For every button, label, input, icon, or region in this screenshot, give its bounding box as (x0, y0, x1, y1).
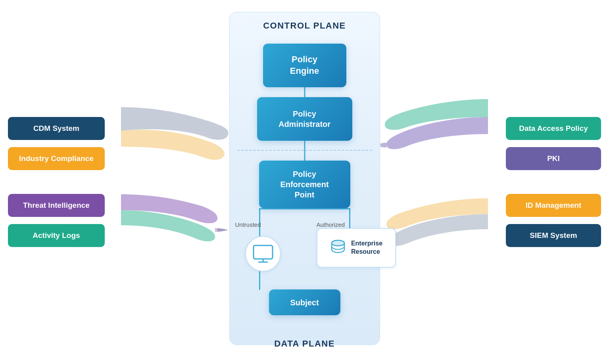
subject-box: Subject (269, 289, 340, 315)
line-admin-pep (304, 141, 305, 161)
pki-box: PKI (506, 147, 601, 170)
svg-rect-0 (254, 245, 273, 259)
right-group-bottom: ID Management SIEM System (506, 194, 601, 247)
left-group-bottom: Threat Intelligence Activity Logs (8, 194, 105, 247)
cdm-system-label: CDM System (33, 124, 79, 132)
label-untrusted: Untrusted (235, 221, 261, 228)
cdm-system-box: CDM System (8, 117, 105, 140)
threat-intelligence-label: Threat Intelligence (23, 201, 90, 209)
data-access-policy-label: Data Access Policy (519, 124, 588, 132)
branch-line-right (349, 208, 350, 230)
siem-system-label: SIEM System (530, 231, 577, 239)
industry-compliance-box: Industry Compliance (8, 147, 105, 170)
data-plane-label: DATA PLANE (274, 339, 335, 349)
right-group-top: Data Access Policy PKI (506, 117, 601, 170)
siem-system-box: SIEM System (506, 224, 601, 247)
pki-label: PKI (547, 154, 560, 163)
monitor-icon (253, 245, 273, 263)
policy-admin-box: Policy Administrator (257, 97, 352, 141)
id-management-label: ID Management (526, 201, 581, 209)
activity-logs-box: Activity Logs (8, 224, 105, 247)
pep-box: Policy Enforcement Point (259, 161, 350, 208)
line-monitor-subject (259, 271, 260, 290)
activity-logs-label: Activity Logs (33, 231, 80, 239)
right-side: Data Access Policy PKI ID Management SIE… (506, 117, 601, 247)
control-plane-label: CONTROL PLANE (263, 21, 346, 31)
threat-intelligence-box: Threat Intelligence (8, 194, 105, 217)
subject-label: Subject (290, 297, 319, 308)
policy-engine-box: Policy Engine (263, 44, 346, 87)
database-icon (330, 239, 346, 256)
line-engine-admin (304, 87, 305, 97)
id-management-box: ID Management (506, 194, 601, 217)
diagram-container: CONTROL PLANE DATA PLANE Policy Engine P… (0, 0, 609, 364)
pep-label: Policy Enforcement Point (280, 169, 329, 200)
enterprise-resource-box: EnterpriseResource (317, 228, 396, 268)
svg-point-4 (332, 240, 344, 246)
left-group-top: CDM System Industry Compliance (8, 117, 105, 170)
data-access-policy-box: Data Access Policy (506, 117, 601, 140)
policy-admin-label: Policy Administrator (279, 109, 330, 129)
left-side: CDM System Industry Compliance Threat In… (8, 117, 105, 247)
label-authorized: Authorized (317, 221, 345, 228)
industry-compliance-label: Industry Compliance (19, 154, 94, 163)
policy-engine-label: Policy Engine (290, 54, 319, 77)
monitor-circle (245, 236, 281, 272)
branch-horizontal (259, 208, 350, 209)
enterprise-resource-label: EnterpriseResource (351, 239, 382, 256)
